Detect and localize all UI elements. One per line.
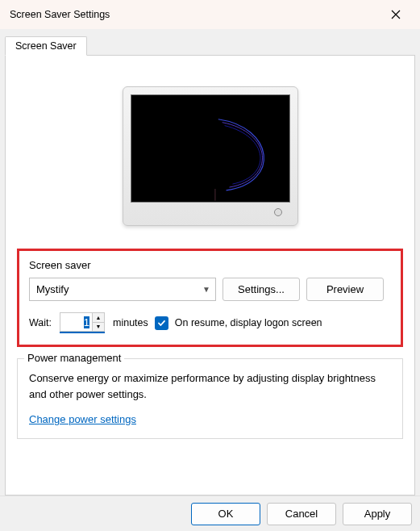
close-icon xyxy=(391,10,401,19)
monitor-power-icon xyxy=(274,208,282,216)
spinner-up-icon[interactable]: ▲ xyxy=(93,313,104,323)
monitor-stand xyxy=(131,203,290,222)
screensaver-select[interactable]: Mystify ▼ xyxy=(29,278,216,301)
close-button[interactable] xyxy=(380,2,412,27)
monitor-screen xyxy=(131,94,290,203)
group-title-power: Power management xyxy=(24,352,124,364)
preview-button[interactable]: Preview xyxy=(306,278,384,301)
tab-screen-saver[interactable]: Screen Saver xyxy=(5,36,87,56)
cancel-button[interactable]: Cancel xyxy=(267,503,336,525)
resume-label: On resume, display logon screen xyxy=(175,317,322,328)
tab-label: Screen Saver xyxy=(15,40,77,52)
mystify-preview-icon xyxy=(131,95,289,202)
chevron-down-icon: ▼ xyxy=(202,285,210,294)
power-management-group: Power management Conserve energy or maxi… xyxy=(17,358,403,439)
dialog-button-bar: OK Cancel Apply xyxy=(0,495,420,531)
resume-checkbox[interactable] xyxy=(155,316,168,330)
wait-spinner-buttons: ▲ ▼ xyxy=(92,312,105,332)
settings-button[interactable]: Settings... xyxy=(222,278,300,301)
apply-button[interactable]: Apply xyxy=(343,503,412,525)
check-icon xyxy=(157,319,166,328)
change-power-settings-link[interactable]: Change power settings xyxy=(29,413,136,425)
titlebar: Screen Saver Settings xyxy=(0,0,420,29)
spinner-down-icon[interactable]: ▼ xyxy=(93,323,104,332)
monitor-preview xyxy=(17,86,403,226)
window: Screen Saver Settings Screen Saver xyxy=(0,0,420,531)
wait-unit: minutes xyxy=(113,317,148,328)
screensaver-select-value: Mystify xyxy=(36,283,69,295)
wait-spinner[interactable]: ▲ ▼ xyxy=(60,312,105,333)
tab-panel: Screen saver Mystify ▼ Settings... Previ… xyxy=(5,55,415,495)
content-area: Screen Saver xyxy=(0,29,420,495)
power-description: Conserve energy or maximize performance … xyxy=(29,370,391,402)
monitor-frame xyxy=(123,86,298,226)
wait-input[interactable] xyxy=(60,312,92,332)
group-title-screen-saver: Screen saver xyxy=(29,259,391,271)
window-title: Screen Saver Settings xyxy=(10,9,110,20)
ok-button[interactable]: OK xyxy=(191,503,260,525)
wait-label: Wait: xyxy=(29,317,52,328)
screen-saver-group: Screen saver Mystify ▼ Settings... Previ… xyxy=(17,249,403,347)
tabstrip: Screen Saver xyxy=(5,36,415,56)
